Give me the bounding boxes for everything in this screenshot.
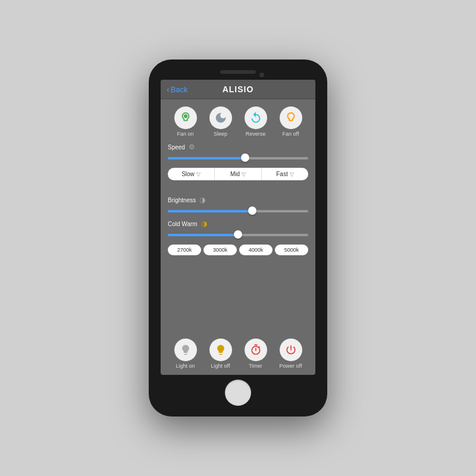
cold-warm-label-row: Cold Warm ◑: [168, 220, 308, 228]
color-5000k-label: 5000k: [284, 247, 299, 253]
slow-filter-icon: ▽: [196, 171, 201, 177]
bottom-controls-row: Light on Light off: [168, 336, 308, 370]
timer-button[interactable]: Timer: [245, 339, 267, 369]
fast-button[interactable]: Fast ▽: [262, 168, 308, 180]
power-off-icon: [280, 339, 302, 361]
cold-warm-icon: ◑: [201, 220, 207, 228]
cold-warm-slider-fill: [168, 234, 238, 236]
power-off-button[interactable]: Power off: [280, 339, 302, 369]
speed-label-row: Speed ⚙: [168, 143, 308, 151]
light-on-button[interactable]: Light on: [174, 339, 197, 369]
speed-slider[interactable]: [168, 156, 308, 160]
color-temp-buttons: 2700k 3000k 4000k 5000k: [168, 245, 308, 255]
fan-on-label: Fan on: [177, 131, 193, 137]
screen-title: ALISIO: [223, 84, 254, 94]
sleep-icon: [209, 107, 232, 129]
screen-content: Fan on Sleep: [161, 99, 315, 375]
color-4000k-button[interactable]: 4000k: [239, 245, 273, 255]
fan-off-label: Fan off: [283, 131, 299, 137]
reverse-button[interactable]: Reverse: [245, 107, 267, 137]
timer-icon: [245, 339, 267, 361]
slow-label: Slow: [181, 171, 195, 177]
slow-button[interactable]: Slow ▽: [168, 168, 215, 180]
fan-off-button[interactable]: Fan off: [280, 107, 302, 137]
back-button[interactable]: ‹ Back: [167, 84, 188, 94]
back-chevron-icon: ‹: [167, 84, 170, 94]
speed-icon: ⚙: [189, 143, 195, 151]
screen-header: ‹ Back ALISIO: [161, 80, 315, 99]
speed-slider-track: [168, 157, 308, 159]
brightness-slider-fill: [168, 210, 252, 212]
fan-on-icon: [174, 107, 197, 129]
color-4000k-label: 4000k: [249, 247, 264, 253]
speed-label: Speed: [168, 144, 185, 151]
cold-warm-slider[interactable]: [168, 233, 308, 237]
brightness-slider-track: [168, 210, 308, 212]
speed-slider-thumb[interactable]: [241, 154, 249, 162]
phone-screen: ‹ Back ALISIO Fan on: [161, 80, 315, 375]
fan-on-button[interactable]: Fan on: [174, 107, 197, 137]
color-3000k-button[interactable]: 3000k: [203, 245, 237, 255]
mid-label: Mid: [230, 171, 240, 177]
brightness-icon: ◑: [199, 196, 205, 204]
color-2700k-label: 2700k: [177, 247, 192, 253]
home-button[interactable]: [225, 380, 251, 406]
fast-label: Fast: [276, 171, 287, 177]
brightness-label-row: Brightness ◑: [168, 196, 308, 204]
cold-warm-label: Cold Warm: [168, 221, 198, 227]
light-off-button[interactable]: Light off: [209, 339, 232, 369]
light-off-label: Light off: [211, 363, 230, 369]
light-off-icon: [209, 339, 232, 361]
light-on-label: Light on: [176, 363, 195, 369]
fan-off-icon: [280, 107, 302, 129]
mid-button[interactable]: Mid ▽: [215, 168, 262, 180]
back-label: Back: [171, 85, 188, 94]
phone-speaker: [220, 70, 256, 74]
mid-filter-icon: ▽: [242, 171, 246, 177]
fast-filter-icon: ▽: [290, 171, 294, 177]
power-off-label: Power off: [280, 363, 302, 369]
reverse-icon: [245, 107, 267, 129]
cold-warm-slider-thumb[interactable]: [234, 230, 242, 239]
sleep-label: Sleep: [214, 131, 227, 137]
reverse-label: Reverse: [246, 131, 266, 137]
timer-label: Timer: [249, 363, 262, 369]
phone-frame: ‹ Back ALISIO Fan on: [149, 60, 327, 416]
color-3000k-label: 3000k: [213, 247, 228, 253]
phone-camera: [259, 73, 264, 77]
speed-buttons-row: Slow ▽ Mid ▽ Fast ▽: [168, 168, 308, 180]
spacer-1: [168, 186, 308, 191]
brightness-slider-thumb[interactable]: [248, 206, 256, 215]
sleep-button[interactable]: Sleep: [209, 107, 232, 137]
fan-controls-row: Fan on Sleep: [168, 104, 308, 138]
brightness-slider[interactable]: [168, 209, 308, 213]
light-on-icon: [174, 339, 197, 361]
color-5000k-button[interactable]: 5000k: [275, 245, 308, 255]
color-2700k-button[interactable]: 2700k: [168, 245, 201, 255]
brightness-label: Brightness: [168, 197, 196, 203]
speed-slider-fill: [168, 157, 245, 159]
